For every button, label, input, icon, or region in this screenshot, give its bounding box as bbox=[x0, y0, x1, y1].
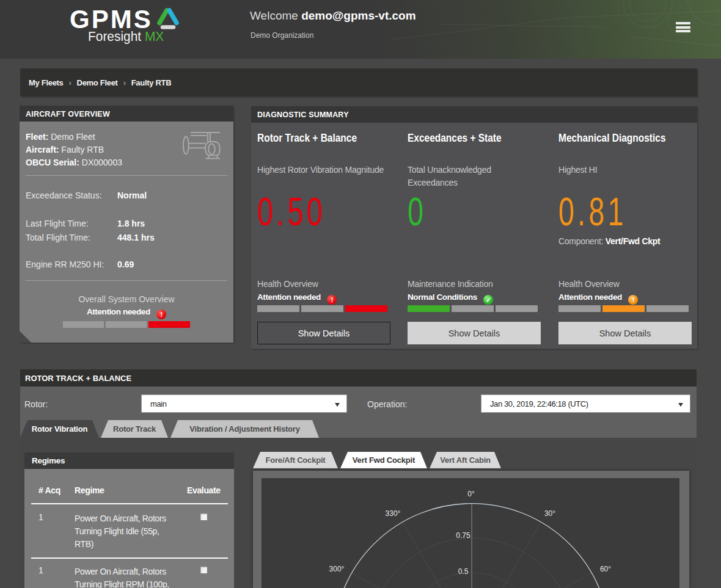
svg-text:0.5: 0.5 bbox=[458, 567, 469, 576]
svg-text:300°: 300° bbox=[329, 565, 345, 573]
svg-text:0°: 0° bbox=[467, 490, 475, 498]
svg-text:30°: 30° bbox=[544, 509, 555, 518]
svg-text:0.75: 0.75 bbox=[456, 531, 470, 540]
svg-text:330°: 330° bbox=[386, 509, 401, 518]
svg-text:60°: 60° bbox=[600, 565, 611, 573]
